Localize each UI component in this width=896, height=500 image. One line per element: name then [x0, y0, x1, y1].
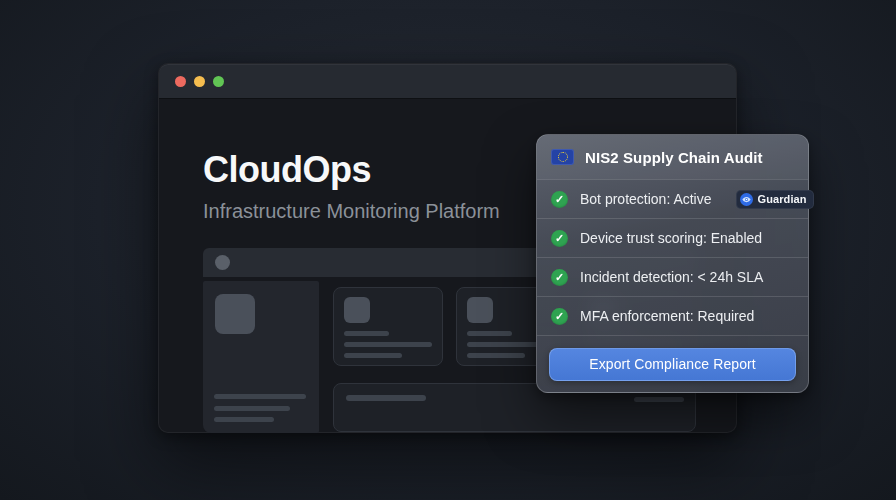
audit-item-bot-protection: ✓ Bot protection: Active Guardian — [537, 180, 808, 218]
check-circle-icon: ✓ — [551, 191, 568, 208]
guardian-badge: Guardian — [736, 190, 814, 209]
skeleton-line — [344, 353, 402, 358]
audit-item-device-trust: ✓ Device trust scoring: Enabled — [537, 219, 808, 257]
close-window-button[interactable] — [175, 76, 186, 87]
audit-item-mfa-enforcement: ✓ MFA enforcement: Required — [537, 297, 808, 335]
skeleton-line — [634, 397, 684, 402]
skeleton-line — [214, 394, 306, 399]
card-icon-placeholder — [344, 297, 370, 323]
eu-flag-icon — [551, 149, 574, 165]
skeleton-line — [467, 353, 525, 358]
desktop-background: CloudOps Infrastructure Monitoring Platf… — [0, 0, 896, 500]
skeleton-line — [467, 331, 512, 336]
audit-item-label: MFA enforcement: Required — [580, 308, 754, 324]
audit-card-footer: Export Compliance Report — [537, 336, 808, 392]
guardian-badge-label: Guardian — [758, 193, 807, 205]
audit-card-header: NIS2 Supply Chain Audit — [537, 135, 808, 179]
dashboard-card-skeleton — [333, 287, 443, 366]
zoom-window-button[interactable] — [213, 76, 224, 87]
check-circle-icon: ✓ — [551, 308, 568, 325]
page-title: CloudOps — [203, 152, 500, 188]
nis2-audit-card: NIS2 Supply Chain Audit ✓ Bot protection… — [536, 134, 809, 393]
export-compliance-report-button[interactable]: Export Compliance Report — [549, 348, 796, 381]
check-circle-icon: ✓ — [551, 230, 568, 247]
skeleton-line — [344, 342, 432, 347]
check-circle-icon: ✓ — [551, 269, 568, 286]
skeleton-line — [344, 331, 389, 336]
card-icon-placeholder — [467, 297, 493, 323]
window-titlebar — [159, 64, 736, 99]
audit-card-title: NIS2 Supply Chain Audit — [585, 149, 763, 166]
skeleton-line — [346, 395, 426, 401]
skeleton-line — [214, 406, 290, 411]
audit-item-label: Incident detection: < 24h SLA — [580, 269, 763, 285]
skeleton-line — [214, 417, 274, 422]
audit-item-incident-detection: ✓ Incident detection: < 24h SLA — [537, 258, 808, 296]
sidebar-icon-placeholder — [215, 294, 255, 334]
hero-section: CloudOps Infrastructure Monitoring Platf… — [203, 152, 500, 223]
dashboard-sidebar-skeleton — [203, 281, 319, 433]
avatar-placeholder — [215, 255, 230, 270]
audit-item-label: Bot protection: Active — [580, 191, 712, 207]
eye-icon — [740, 193, 753, 206]
page-subtitle: Infrastructure Monitoring Platform — [203, 200, 500, 223]
minimize-window-button[interactable] — [194, 76, 205, 87]
audit-item-label: Device trust scoring: Enabled — [580, 230, 762, 246]
